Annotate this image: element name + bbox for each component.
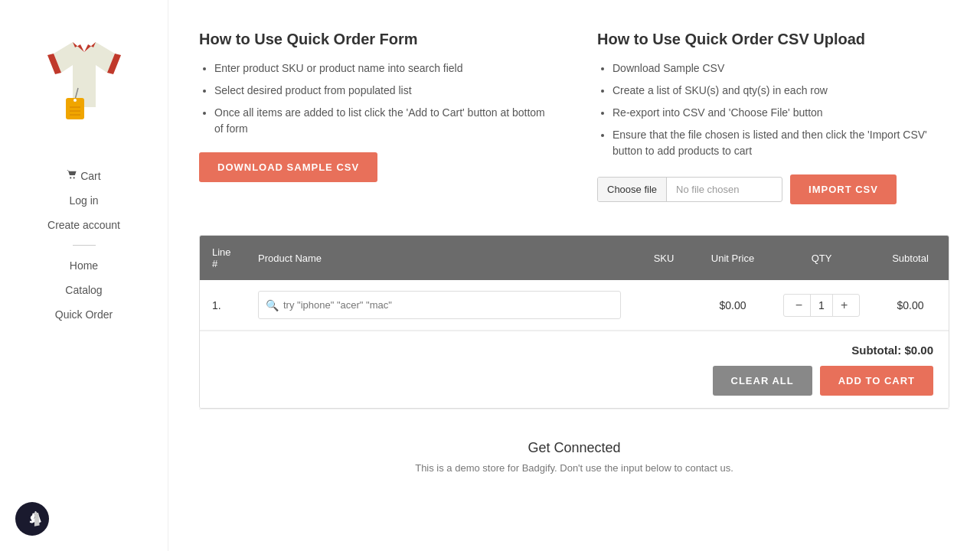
csv-step-2: Create a list of SKU(s) and qty(s) in ea… <box>612 83 949 99</box>
form-instructions-list: Enter product SKU or product name into s… <box>199 60 551 137</box>
col-header-sku: SKU <box>633 236 694 280</box>
csv-instructions-title: How to Use Quick Order CSV Upload <box>597 31 949 48</box>
order-table: Line # Product Name SKU Unit Price QTY S… <box>200 236 949 331</box>
qty-increment-button[interactable]: + <box>833 295 855 316</box>
qty-decrement-button[interactable]: − <box>788 295 810 316</box>
table-header-row: Line # Product Name SKU Unit Price QTY S… <box>200 236 949 280</box>
svg-marker-0 <box>54 42 115 107</box>
search-icon: 🔍 <box>266 299 279 311</box>
form-instructions-title: How to Use Quick Order Form <box>199 31 551 48</box>
file-input-wrapper: Choose file No file chosen <box>597 177 782 202</box>
order-table-wrapper: Line # Product Name SKU Unit Price QTY S… <box>199 235 949 409</box>
col-header-qty: QTY <box>771 236 872 280</box>
table-footer: Subtotal: $0.00 CLEAR ALL ADD TO CART <box>200 331 949 408</box>
shopify-badge[interactable] <box>15 502 49 536</box>
import-csv-button[interactable]: IMPORT CSV <box>790 174 897 204</box>
subtotal-value: $0.00 <box>904 344 933 357</box>
add-to-cart-button[interactable]: ADD TO CART <box>820 366 933 396</box>
footer-title: Get Connected <box>230 440 919 456</box>
sidebar-item-home[interactable]: Home <box>15 253 152 278</box>
cart-icon <box>67 169 77 180</box>
form-step-1: Enter product SKU or product name into s… <box>214 60 551 77</box>
row-subtotal: $0.00 <box>872 280 949 331</box>
instructions-section: How to Use Quick Order Form Enter produc… <box>199 31 949 204</box>
csv-step-3: Re-export into CSV and 'Choose File' but… <box>612 105 949 121</box>
sidebar-item-cart[interactable]: Cart <box>15 163 152 188</box>
sidebar: Cart Log in Create account Home Catalog … <box>0 0 168 551</box>
subtotal-label: Subtotal: <box>851 344 901 357</box>
row-qty-cell: − 1 + <box>771 280 872 331</box>
file-name-display: No file chosen <box>667 178 782 201</box>
csv-instructions: How to Use Quick Order CSV Upload Downlo… <box>597 31 949 204</box>
choose-file-button[interactable]: Choose file <box>598 178 667 201</box>
product-search-input[interactable] <box>258 291 621 319</box>
csv-instructions-list: Download Sample CSV Create a list of SKU… <box>597 60 949 159</box>
col-header-price: Unit Price <box>694 236 771 280</box>
svg-point-7 <box>74 99 77 102</box>
row-product-cell: 🔍 <box>246 280 633 331</box>
sidebar-divider <box>73 245 96 246</box>
row-unit-price: $0.00 <box>694 280 771 331</box>
form-step-3: Once all items are added to list click t… <box>214 105 551 137</box>
qty-stepper: − 1 + <box>783 294 860 317</box>
page-footer: Get Connected This is a demo store for B… <box>199 409 949 504</box>
col-header-product: Product Name <box>246 236 633 280</box>
csv-step-1: Download Sample CSV <box>612 60 949 77</box>
col-header-subtotal: Subtotal <box>872 236 949 280</box>
table-row: 1. 🔍 $0.00 − 1 <box>200 280 949 331</box>
main-content: How to Use Quick Order Form Enter produc… <box>168 0 980 551</box>
sidebar-item-login[interactable]: Log in <box>15 188 152 213</box>
col-header-line: Line # <box>200 236 246 280</box>
clear-all-button[interactable]: CLEAR ALL <box>713 366 812 396</box>
form-instructions: How to Use Quick Order Form Enter produc… <box>199 31 551 204</box>
shopify-icon <box>23 510 41 528</box>
sidebar-item-quick-order[interactable]: Quick Order <box>15 302 152 327</box>
shirt-illustration <box>38 31 130 122</box>
form-step-2: Select desired product from populated li… <box>214 83 551 99</box>
action-buttons: CLEAR ALL ADD TO CART <box>713 366 934 396</box>
sidebar-item-create-account[interactable]: Create account <box>15 213 152 237</box>
svg-point-12 <box>74 177 75 178</box>
download-csv-button[interactable]: DOWNLOAD SAMPLE CSV <box>199 152 377 182</box>
row-line-number: 1. <box>200 280 246 331</box>
product-search-wrapper: 🔍 <box>258 291 621 319</box>
sidebar-item-catalog[interactable]: Catalog <box>15 278 152 302</box>
logo <box>38 31 130 125</box>
sidebar-navigation: Cart Log in Create account Home Catalog … <box>15 163 152 327</box>
qty-value: 1 <box>810 295 833 316</box>
csv-step-4: Ensure that the file chosen is listed an… <box>612 127 949 159</box>
csv-upload-row: Choose file No file chosen IMPORT CSV <box>597 174 949 204</box>
footer-description: This is a demo store for Badgify. Don't … <box>230 462 919 474</box>
row-sku <box>633 280 694 331</box>
svg-point-11 <box>70 177 72 178</box>
subtotal-line: Subtotal: $0.00 <box>851 344 933 357</box>
